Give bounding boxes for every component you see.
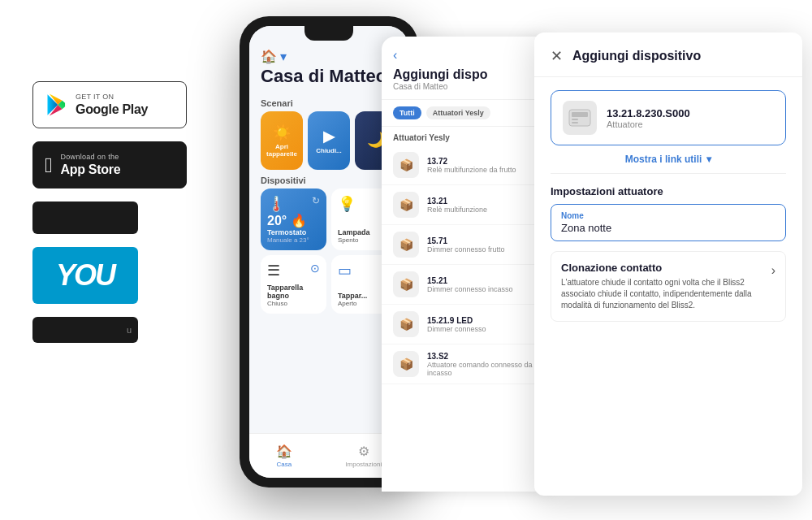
sun-icon: ☀️ [273, 124, 291, 141]
device-name-1571: 15.71 [427, 236, 545, 245]
google-play-icon [45, 93, 67, 116]
device-info-icon [563, 101, 597, 135]
thermostat-sub: Manuale a 23° [267, 236, 320, 244]
panel-subtitle: Casa di Matteo [393, 82, 545, 91]
link-utili-text: Mostra i link utili [625, 154, 702, 165]
scenario-open-label: Apri tapparelle [261, 143, 303, 158]
blind-icon: ▭ [338, 262, 352, 280]
google-play-text: GET IT ON Google Play [76, 93, 148, 117]
device-info-1571: 15.71 Dimmer connesso frutto [427, 236, 545, 254]
device-type: Attuatore [607, 119, 690, 129]
blind-bagno-up-icon: ⊙ [310, 262, 320, 275]
svg-rect-7 [572, 122, 578, 124]
apple-small-text: Download on the [61, 153, 121, 162]
blind-bagno-icon: ☰ [267, 262, 280, 280]
nav-casa-icon: 🏠 [276, 444, 292, 459]
link-utili-chevron: ▾ [706, 154, 711, 165]
home-nav-icon: 🏠 ▾ [261, 49, 397, 64]
list-item[interactable]: 📦 13.72 Relè multifunzione da frutto [382, 145, 556, 185]
thermostat-temp: 20° 🔥 [267, 213, 320, 228]
device-name-1521: 15.21 [427, 276, 545, 285]
list-item[interactable]: 📦 15.21.9 LED Dimmer connesso [382, 305, 556, 344]
device-blind-bagno[interactable]: ☰ ⊙ Tapparella bagno Chiuso [261, 255, 326, 314]
partner-label: u [127, 325, 132, 335]
dialog-header: ✕ Aggiungi dispositivo [534, 32, 802, 77]
device-info-text: 13.21.8.230.S000 Attuatore [607, 107, 690, 129]
panel-header: ‹ Aggiungi dispo Casa di Matteo [382, 37, 556, 100]
lamp-icon: 💡 [338, 195, 356, 213]
clonazione-arrow: › [771, 263, 775, 278]
nav-casa[interactable]: 🏠 Casa [276, 444, 292, 468]
device-name-1372: 13.72 [427, 157, 545, 166]
thermostat-name: Termostato [267, 228, 320, 236]
filter-attuatori[interactable]: Attuatori Yesly [426, 106, 490, 119]
device-icon-1521: 📦 [393, 271, 419, 297]
blind-bagno-name: Tapparella bagno [267, 284, 320, 300]
device-sub-s2: Attuatore comando connesso da incasso [427, 361, 545, 377]
nome-field[interactable]: Nome Zona notte [551, 204, 786, 241]
device-info-1321: 13.21 Relè multifunzione [427, 197, 545, 214]
device-name-led: 15.21.9 LED [427, 316, 545, 325]
settings-section-title: Impostazioni attuatore [534, 174, 802, 204]
device-info-1372: 13.72 Relè multifunzione da frutto [427, 157, 545, 174]
device-icon-s2: 📦 [393, 351, 419, 377]
dialog-close-button[interactable]: ✕ [551, 47, 563, 65]
google-play-large-text: Google Play [76, 102, 148, 117]
blind-bagno-sub: Chiuso [267, 300, 320, 307]
apple-icon:  [45, 154, 53, 176]
panel-title: Aggiungi dispo [393, 67, 545, 82]
add-device-panel: ‹ Aggiungi dispo Casa di Matteo Tutti At… [382, 37, 556, 492]
device-info-s2: 13.S2 Attuatore comando connesso da inca… [427, 352, 545, 377]
partner-badge-1 [32, 202, 138, 234]
scenario-chiudi-label: Chiudi... [316, 147, 342, 154]
app-store-text: Download on the App Store [61, 153, 121, 177]
clonazione-title: Clonazione contatto [561, 262, 763, 274]
nome-value: Zona notte [561, 222, 775, 234]
dialog-title: Aggiungi dispositivo [572, 49, 701, 63]
device-name-1321: 13.21 [427, 197, 545, 206]
play-icon: ▶ [323, 128, 335, 145]
device-sub-1372: Relè multifunzione da frutto [427, 166, 545, 174]
panel-section-label: Attuatori Yesly [382, 127, 556, 145]
thermostat-refresh-icon: ↻ [312, 195, 320, 206]
phone-notch [304, 26, 353, 41]
nome-label: Nome [561, 211, 775, 220]
svg-rect-5 [572, 112, 588, 117]
device-sub-led: Dimmer connesso [427, 325, 545, 333]
list-item[interactable]: 📦 13.S2 Attuatore comando connesso da in… [382, 344, 556, 384]
device-list: 📦 13.72 Relè multifunzione da frutto 📦 1… [382, 145, 556, 384]
add-device-dialog: ✕ Aggiungi dispositivo 13.21.8.230.S000 … [534, 32, 802, 496]
panel-back-button[interactable]: ‹ [393, 48, 545, 63]
left-sidebar: GET IT ON Google Play  Download on the … [32, 81, 195, 343]
device-thermostat[interactable]: 🌡️ ↻ 20° 🔥 Termostato Manuale a 23° [261, 188, 326, 250]
clonazione-desc: L'attuatore chiude il contatto ogni volt… [561, 277, 763, 311]
clonazione-row[interactable]: Clonazione contatto L'attuatore chiude i… [551, 251, 786, 322]
device-name-s2: 13.S2 [427, 352, 545, 361]
scenario-open-blinds[interactable]: ☀️ Apri tapparelle [261, 111, 303, 170]
device-icon-1372: 📦 [393, 152, 419, 178]
devices-label: Dispositivi [261, 176, 306, 185]
filter-all[interactable]: Tutti [393, 106, 421, 119]
nav-settings-label: Impostazioni [345, 461, 382, 468]
app-store-badge[interactable]:  Download on the App Store [32, 141, 187, 188]
nav-casa-label: Casa [276, 461, 292, 468]
link-utili-row[interactable]: Mostra i link utili ▾ [551, 145, 786, 174]
svg-rect-6 [572, 119, 578, 120]
device-icon-1571: 📦 [393, 232, 419, 258]
list-item[interactable]: 📦 15.71 Dimmer connesso frutto [382, 225, 556, 265]
clonazione-content: Clonazione contatto L'attuatore chiude i… [561, 262, 763, 311]
partner-badge-2: u [32, 317, 138, 343]
device-icon-1321: 📦 [393, 192, 419, 218]
google-play-badge[interactable]: GET IT ON Google Play [32, 81, 187, 128]
device-sub-1521: Dimmer connesso incasso [427, 285, 545, 293]
device-info-1521: 15.21 Dimmer connesso incasso [427, 276, 545, 293]
nav-impostazioni[interactable]: ⚙ Impostazioni [345, 444, 382, 468]
device-sub-1571: Dimmer connesso frutto [427, 245, 545, 254]
device-ip: 13.21.8.230.S000 [607, 107, 690, 119]
list-item[interactable]: 📦 15.21 Dimmer connesso incasso [382, 265, 556, 305]
filter-row: Tutti Attuatori Yesly [382, 100, 556, 127]
list-item[interactable]: 📦 13.21 Relè multifunzione [382, 185, 556, 225]
you-text: YOU [56, 258, 114, 292]
nav-settings-icon: ⚙ [358, 444, 369, 459]
scenario-play[interactable]: ▶ Chiudi... [308, 111, 350, 170]
